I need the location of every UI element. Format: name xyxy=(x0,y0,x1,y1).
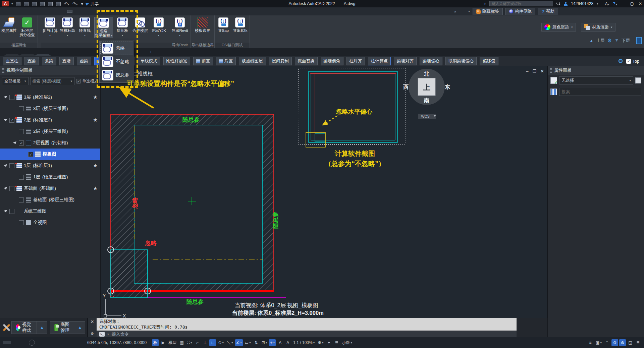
floor-filter-dropdown[interactable]: 全部楼层▾ xyxy=(2,77,29,85)
redo-icon[interactable]: ↷▾ xyxy=(72,1,77,6)
tab-overflow-icon[interactable]: » xyxy=(453,9,458,13)
grid-display-icon[interactable]: ▦ xyxy=(178,339,185,346)
up-layer-button[interactable]: 上层 xyxy=(596,38,605,44)
slab-boundary-button[interactable]: 楼板边界 xyxy=(192,17,213,33)
save-as-icon[interactable] xyxy=(40,2,45,6)
command-close-icon[interactable]: ✕ xyxy=(91,319,94,324)
autocad-logo-icon[interactable]: A xyxy=(2,1,9,6)
annotation-visibility-icon[interactable]: Λ xyxy=(284,339,291,346)
tab-state-dropdown-icon[interactable]: ▾ xyxy=(468,10,470,13)
fullscreen-icon[interactable]: ◱ xyxy=(627,339,634,346)
model-space-label[interactable]: 模型 xyxy=(167,339,177,346)
tree-item-floor2-view[interactable]: 2层视图 (剖切框) ★ xyxy=(0,137,100,149)
export-elevation-button[interactable]: 导模标高▾ xyxy=(59,17,75,38)
top-view-checkbox[interactable]: ✓ Top xyxy=(626,59,639,64)
new-drawing-tab-button[interactable]: + xyxy=(150,50,152,55)
object-snap-tracking-icon[interactable]: ∠▾ xyxy=(235,339,243,346)
toolbar-straight-beam[interactable]: 直梁 xyxy=(24,57,39,65)
expand-arrow-icon[interactable] xyxy=(4,118,7,121)
search-icon[interactable] xyxy=(556,2,560,6)
material-render-button[interactable]: 材质渲染▾ xyxy=(581,23,615,32)
member-visibility-button[interactable]: 构件显隐 xyxy=(505,8,535,15)
menu-tab-data-interface[interactable] xyxy=(67,10,72,13)
help-button[interactable]: ? 帮助 xyxy=(538,8,558,15)
tree-item-floor1[interactable]: 1层 (标准层1) ★ xyxy=(0,160,100,171)
color-render-button[interactable]: 颜色渲染▾ xyxy=(541,23,576,32)
menu-tab-internal[interactable] xyxy=(3,10,7,12)
status-menu-icon[interactable]: ≣ xyxy=(635,339,641,346)
menu-tab-model-check[interactable] xyxy=(100,10,105,12)
performance-icon[interactable]: ° xyxy=(604,339,610,346)
layout-tab-1[interactable] xyxy=(11,341,19,344)
interlayer-slab-button[interactable]: 层间板▾ xyxy=(114,17,130,38)
menu-tab-smart-layout[interactable] xyxy=(40,10,45,12)
expand-arrow-icon[interactable] xyxy=(4,164,7,167)
toolbar-single-line-mode[interactable]: 单线模式 xyxy=(138,57,160,65)
menu-tab-beam-drawing[interactable] xyxy=(89,10,94,12)
annotation-scale-value[interactable]: 1:1 / 100%▾ xyxy=(292,339,316,346)
tree-item-full-view[interactable]: 全视图 ★ xyxy=(0,217,100,228)
clean-screen-icon[interactable]: ⊘ xyxy=(611,339,618,346)
pick-object-icon[interactable] xyxy=(635,77,641,83)
command-input[interactable]: >_ ▾ 键入命令 xyxy=(97,331,517,337)
menu-tab-wall-column-drawing[interactable] xyxy=(95,10,99,12)
menu-tab-outline[interactable] xyxy=(24,10,29,12)
export-revit-button[interactable]: (↓)R 导出Revit▾ xyxy=(170,17,189,38)
account-icon[interactable] xyxy=(564,2,568,6)
menu-tab-member-layout[interactable] xyxy=(46,10,50,12)
keyword-search-input[interactable] xyxy=(489,1,553,6)
annotation-scale-sync-icon[interactable]: Λ xyxy=(277,339,283,346)
menu-tab-aux-modeling[interactable] xyxy=(51,10,56,12)
open-file-icon[interactable] xyxy=(24,2,29,6)
menu-tab-param-settings[interactable] xyxy=(8,10,13,12)
menu-tab-preliminary-design[interactable] xyxy=(78,10,83,12)
down-layer-button[interactable]: 下层 xyxy=(622,38,630,44)
window-maximize-button[interactable]: ▢ xyxy=(630,1,634,6)
object-snap-icon[interactable]: ⌖▾ xyxy=(269,339,276,346)
toolbar-rigid-bar-widen[interactable]: 刚性杆加宽 xyxy=(163,57,191,65)
participate-calc-button[interactable]: 参与计算▾ xyxy=(42,17,58,38)
slab-badge-icon[interactable]: 板 xyxy=(152,339,159,346)
isometric-drafting-icon[interactable]: ＼▾ xyxy=(226,339,234,346)
selection-cycling-icon[interactable]: ⊡▾ xyxy=(261,339,268,346)
menu-tab-outline-edit[interactable] xyxy=(30,10,34,12)
command-history[interactable]: 选择对象: CMDFEAIGNOREECC_TRUE花费时间: 0.78s xyxy=(97,318,517,331)
merge-floors-button[interactable]: 合并楼层 xyxy=(132,17,149,33)
dropdown-item-ignore[interactable]: 忽略 xyxy=(100,42,133,55)
menu-tab-section[interactable] xyxy=(35,10,40,12)
toolbar-section-replace[interactable]: 截面替换 xyxy=(295,57,318,65)
panel-grip-icon[interactable] xyxy=(550,68,552,73)
expand-arrow-icon[interactable] xyxy=(4,210,7,213)
toolbar-settings-gear-icon[interactable]: ⚙ xyxy=(618,58,623,65)
property-search-input[interactable] xyxy=(559,88,641,96)
tree-item-floor1-3d[interactable]: 1层 (楼层三维图) ★ xyxy=(0,171,100,183)
expand-arrow-icon[interactable] xyxy=(13,141,17,144)
snap-mode-icon[interactable]: ∷▾ xyxy=(186,339,193,346)
favorite-star-icon[interactable]: ★ xyxy=(93,163,98,169)
standard-floor-split-check-button[interactable]: ✓ 标准层拆分检查 xyxy=(18,17,36,37)
side-panel-icon[interactable] xyxy=(636,37,642,44)
toolbar-column-align[interactable]: 柱对齐 xyxy=(346,57,365,65)
polar-tracking-icon[interactable]: ⊙▾ xyxy=(217,339,225,346)
toolbar-beam-wall-eccentric[interactable]: 梁墙偏心 xyxy=(420,57,442,65)
viewport-restore-icon[interactable]: ❒ xyxy=(532,69,536,74)
transparency-icon[interactable]: ⇅ xyxy=(253,339,260,346)
hide-tags-button[interactable]: 隐藏标签 xyxy=(473,8,503,15)
units-list-icon[interactable]: ≣ xyxy=(333,339,340,346)
base-map-expand-icon[interactable]: ▲ xyxy=(75,325,85,330)
command-tools-icon[interactable]: ⚙ xyxy=(91,332,94,336)
visibility-checkbox[interactable] xyxy=(9,163,14,168)
export-sap-button[interactable]: (↓) 导Sap xyxy=(216,17,231,33)
logo-dropdown-icon[interactable]: ▾ xyxy=(11,2,13,5)
export-e2k-button[interactable]: (↓) 导出E2k xyxy=(232,17,248,33)
viewport-minimize-icon[interactable]: – xyxy=(526,69,528,74)
menu-tab-preprocess[interactable] xyxy=(62,10,66,12)
ignore-horizontal-offset-button[interactable]: 忽略水平偏移 ▾ xyxy=(94,17,113,38)
toolbar-column-calc-point[interactable]: 柱计算点 xyxy=(368,57,391,65)
visibility-checkbox[interactable] xyxy=(28,152,33,157)
visibility-checkbox[interactable] xyxy=(9,186,14,191)
toolbar-slab-dashed-layer[interactable]: 板虚线图层 xyxy=(239,57,266,65)
to-straight-line-button[interactable]: 转直线▾ xyxy=(77,17,93,38)
visual-style-expand-icon[interactable]: ▲ xyxy=(37,325,47,330)
selection-dropdown[interactable]: 无选择▾ xyxy=(559,76,633,84)
